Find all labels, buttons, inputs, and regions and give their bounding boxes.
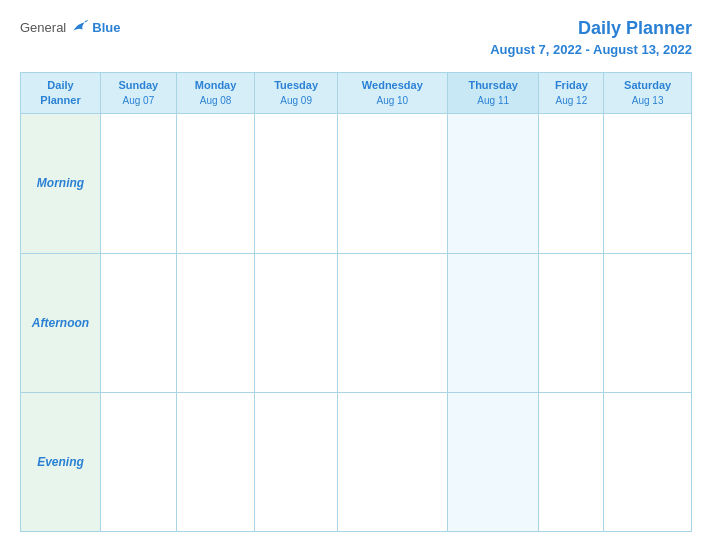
date-range: August 7, 2022 - August 13, 2022 xyxy=(490,42,692,57)
logo-bird-icon xyxy=(70,18,88,36)
cell-afternoon-wednesday[interactable] xyxy=(337,253,447,392)
logo-general: General xyxy=(20,20,66,35)
cell-morning-wednesday[interactable] xyxy=(337,114,447,253)
cell-morning-monday[interactable] xyxy=(176,114,255,253)
row-label-evening: Evening xyxy=(21,392,101,531)
calendar-table: Daily Planner Sunday Aug 07 Monday Aug 0… xyxy=(20,72,692,532)
header-row: Daily Planner Sunday Aug 07 Monday Aug 0… xyxy=(21,72,692,114)
planner-title: Daily Planner xyxy=(578,18,692,38)
row-morning: Morning xyxy=(21,114,692,253)
col-header-sunday: Sunday Aug 07 xyxy=(101,72,177,114)
row-evening: Evening xyxy=(21,392,692,531)
logo: General Blue xyxy=(20,18,120,36)
cell-afternoon-saturday[interactable] xyxy=(604,253,692,392)
col-header-friday: Friday Aug 12 xyxy=(539,72,604,114)
logo-blue: Blue xyxy=(92,20,120,35)
col-header-tuesday: Tuesday Aug 09 xyxy=(255,72,337,114)
row-afternoon: Afternoon xyxy=(21,253,692,392)
cell-afternoon-monday[interactable] xyxy=(176,253,255,392)
cell-evening-monday[interactable] xyxy=(176,392,255,531)
cell-morning-thursday[interactable] xyxy=(447,114,539,253)
col-header-saturday: Saturday Aug 13 xyxy=(604,72,692,114)
col-header-thursday: Thursday Aug 11 xyxy=(447,72,539,114)
cell-evening-wednesday[interactable] xyxy=(337,392,447,531)
col-header-wednesday: Wednesday Aug 10 xyxy=(337,72,447,114)
cell-morning-friday[interactable] xyxy=(539,114,604,253)
cell-evening-sunday[interactable] xyxy=(101,392,177,531)
cell-afternoon-thursday[interactable] xyxy=(447,253,539,392)
col-header-monday: Monday Aug 08 xyxy=(176,72,255,114)
cell-morning-saturday[interactable] xyxy=(604,114,692,253)
header: General Blue Daily Planner August 7, 202… xyxy=(20,18,692,58)
cell-evening-thursday[interactable] xyxy=(447,392,539,531)
cell-evening-tuesday[interactable] xyxy=(255,392,337,531)
row-label-afternoon: Afternoon xyxy=(21,253,101,392)
title-area: Daily Planner August 7, 2022 - August 13… xyxy=(490,18,692,58)
cell-morning-sunday[interactable] xyxy=(101,114,177,253)
cell-morning-tuesday[interactable] xyxy=(255,114,337,253)
cell-evening-saturday[interactable] xyxy=(604,392,692,531)
cell-afternoon-sunday[interactable] xyxy=(101,253,177,392)
col-header-label: Daily Planner xyxy=(21,72,101,114)
cell-evening-friday[interactable] xyxy=(539,392,604,531)
row-label-morning: Morning xyxy=(21,114,101,253)
cell-afternoon-tuesday[interactable] xyxy=(255,253,337,392)
cell-afternoon-friday[interactable] xyxy=(539,253,604,392)
